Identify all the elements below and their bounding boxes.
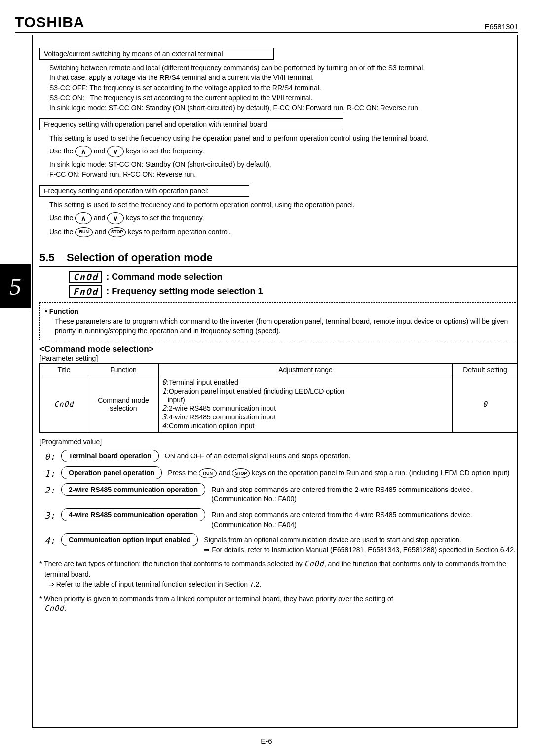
run-key-icon: RUN [75, 227, 93, 237]
programmed-value-label: [Programmed value] [39, 438, 518, 446]
stop-key-icon: STOP [232, 468, 250, 478]
section-heading: 5.5Selection of operation mode [39, 251, 518, 264]
programmed-value-3: 3: 4-wire RS485 communication operation … [39, 508, 518, 529]
document-number: E6581301 [485, 22, 518, 31]
function-box: • Function These parameters are to progr… [39, 302, 518, 340]
programmed-value-0: 0: Terminal board operation ON and OFF o… [39, 450, 518, 462]
programmed-value-4: 4: Communication option input enabled Si… [39, 533, 518, 555]
footnote-1: * There are two types of function: the f… [39, 559, 518, 589]
param-code-fnod: FnOd [69, 285, 102, 298]
block3-title: Frequency setting and operation with ope… [39, 185, 249, 197]
chapter-tab: 5 [0, 264, 31, 308]
block1-title: Voltage/current switching by means of an… [39, 48, 274, 60]
down-key-icon: ∨ [107, 212, 124, 224]
programmed-value-1: 1: Operation panel operation Press the R… [39, 466, 518, 479]
block1-body: Switching between remote and local (diff… [39, 60, 518, 116]
up-key-icon: ∧ [75, 146, 92, 157]
page-footer: E-6 [0, 737, 533, 745]
param-label-fnod: : Frequency setting mode selection 1 [106, 286, 263, 297]
run-key-icon: RUN [199, 468, 217, 478]
param-label-cnod: : Command mode selection [106, 272, 222, 282]
footnote-2: * When priority is given to commands fro… [39, 594, 518, 614]
parameter-table: Title Function Adjustment range Default … [39, 363, 518, 433]
brand-logo: TOSHIBA [15, 14, 84, 31]
stop-key-icon: STOP [108, 227, 126, 237]
down-key-icon: ∨ [107, 146, 124, 157]
param-code-cnod: CnOd [69, 271, 102, 283]
block3-body: This setting is used to set the frequenc… [39, 197, 518, 241]
command-mode-heading: <Command mode selection> [39, 344, 518, 354]
param-setting-label: [Parameter setting] [39, 354, 518, 362]
block2-title: Frequency setting with operation panel a… [39, 118, 343, 130]
programmed-value-2: 2: 2-wire RS485 communication operation … [39, 483, 518, 504]
up-key-icon: ∧ [75, 212, 92, 224]
block2-body: This setting is used to set the frequenc… [39, 130, 518, 183]
